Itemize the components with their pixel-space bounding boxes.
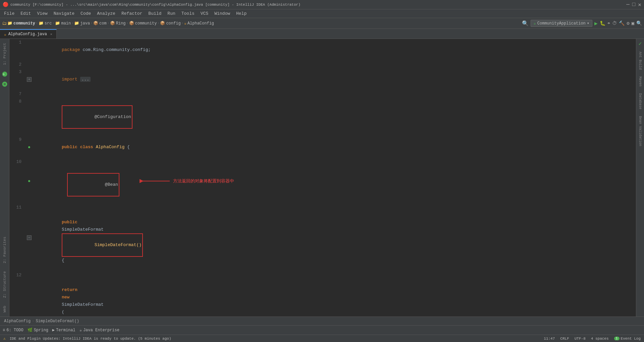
sidebar-web-tab[interactable]: Web <box>1 303 8 315</box>
menu-refactor[interactable]: Refactor <box>119 10 145 17</box>
plugin-icon-1[interactable]: S <box>1 70 8 78</box>
run-config-icon: ☕ <box>534 21 536 26</box>
search-icon[interactable]: 🔍 <box>522 20 529 27</box>
sidebar-maven[interactable]: Maven <box>638 74 643 89</box>
settings-button[interactable]: ⚙ <box>627 20 629 26</box>
menu-code[interactable]: Code <box>78 10 94 17</box>
tab-close[interactable]: ✕ <box>50 32 52 36</box>
line-content-9[interactable]: public class AlphaConfig { <box>33 136 636 158</box>
nav-alphaconfig[interactable]: ☕ AlphaConfig <box>184 21 214 26</box>
menu-run[interactable]: Run <box>165 10 178 17</box>
paren-open: ( <box>62 309 67 315</box>
nav-sep-8: › <box>181 21 183 25</box>
configuration-name: Configuration <box>97 114 131 119</box>
title-controls[interactable]: ─ □ ✕ <box>626 1 641 8</box>
line-content-7[interactable] <box>33 91 636 98</box>
com-label[interactable]: com <box>99 21 107 26</box>
main-label[interactable]: main <box>61 21 71 26</box>
expand-import-icon[interactable]: + <box>27 77 32 82</box>
line-content-11[interactable]: public SimpleDateFormat SimpleDateFormat… <box>33 204 636 272</box>
return-kw: return <box>62 287 80 292</box>
encoding[interactable]: UTF-8 <box>575 337 586 341</box>
sidebar-database[interactable]: Database <box>638 91 643 111</box>
line-ending[interactable]: CRLF <box>560 337 569 341</box>
sidebar-favorites-tab[interactable]: 2: Favorites <box>1 234 8 266</box>
breadcrumb-item-1[interactable]: AlphaConfig <box>4 319 31 324</box>
menu-analyze[interactable]: Analyze <box>94 10 118 17</box>
code-line-1: 1 package com.Ring.community.config; <box>9 39 636 61</box>
menu-file[interactable]: File <box>1 10 17 17</box>
indent-setting[interactable]: 4 spaces <box>591 337 609 341</box>
code-line-7: 7 <box>9 91 636 98</box>
line-content-2[interactable] <box>33 61 636 68</box>
line-num-11: 11 <box>9 204 25 272</box>
nav-config[interactable]: 📦 config <box>160 21 180 26</box>
layout-button[interactable]: ▣ <box>632 20 634 26</box>
terminal-tool[interactable]: ▶ Terminal <box>52 328 75 333</box>
main-area: 1: Project S 2: Favorites Z: Structure W… <box>0 39 644 317</box>
event-log-badge[interactable]: 1 Event Log <box>614 337 641 341</box>
plugin-line-icon-1[interactable]: ● <box>28 145 31 150</box>
maximize-button[interactable]: □ <box>632 2 636 8</box>
status-message: IDE and Plugin Updates: IntelliJ IDEA is… <box>10 337 171 341</box>
menu-navigate[interactable]: Navigate <box>51 10 77 17</box>
nav-ring[interactable]: 📦 Ring <box>110 21 126 26</box>
line-content-10[interactable]: @Bean 方法返回的对象将配置到容器中 <box>33 158 636 204</box>
nav-sep-1: › <box>36 21 38 25</box>
plugin-line-icon-2[interactable]: ● <box>28 178 31 184</box>
menu-tools[interactable]: Tools <box>179 10 197 17</box>
plugin-icon-2[interactable] <box>1 80 8 88</box>
project-icon: 🗂 <box>2 21 7 26</box>
minimize-button[interactable]: ─ <box>626 2 630 8</box>
nav-main[interactable]: 📁 main <box>55 21 71 26</box>
code-line-2: 2 <box>9 61 636 68</box>
spring-tool[interactable]: 🌿 Spring <box>28 328 48 333</box>
config-label[interactable]: config <box>166 21 180 26</box>
collapse-method-icon[interactable]: − <box>27 235 32 240</box>
line-content-3[interactable]: import ... <box>33 68 636 91</box>
main-icon: 📁 <box>55 21 60 26</box>
search2-button[interactable]: 🔍 <box>636 20 642 26</box>
run-button[interactable]: ▶ <box>594 20 598 27</box>
nav-community[interactable]: 📁 community <box>7 21 35 26</box>
build-button[interactable]: 🔨 <box>619 20 625 26</box>
menu-view[interactable]: View <box>34 10 50 17</box>
menu-help[interactable]: Help <box>233 10 249 17</box>
line-gutter-11: − <box>25 204 33 272</box>
run-config-selector[interactable]: ☕ CommunityApplication ▾ <box>531 20 593 27</box>
code-editor[interactable]: 1 package com.Ring.community.config; 2 3… <box>9 39 636 317</box>
breadcrumb-item-2[interactable]: SimpleDateFormat() <box>36 319 79 324</box>
close-button[interactable]: ✕ <box>638 1 641 8</box>
tab-alphaconfig[interactable]: ☕ AlphaConfig.java ✕ <box>0 29 57 39</box>
coverage-button[interactable]: ☂ <box>607 20 610 26</box>
src-label[interactable]: src <box>45 21 52 26</box>
nav-community2[interactable]: 📦 community <box>129 21 157 26</box>
community-label[interactable]: community <box>13 21 35 26</box>
nav-com[interactable]: 📦 com <box>93 21 107 26</box>
menu-build[interactable]: Build <box>146 10 164 17</box>
line-content-1[interactable]: package com.Ring.community.config; <box>33 39 636 61</box>
line-content-8[interactable]: @Configuration <box>33 98 636 136</box>
code-line-11: 11 − public SimpleDateFormat SimpleDateF… <box>9 204 636 272</box>
sidebar-ant-build[interactable]: Ant Build <box>638 50 643 72</box>
profile-button[interactable]: ⏱ <box>612 21 617 26</box>
java-enterprise-tool[interactable]: ☕ Java Enterprise <box>79 328 119 333</box>
nav-java[interactable]: 📁 java <box>74 21 90 26</box>
line-gutter-10: ● <box>25 158 33 204</box>
menu-vcs[interactable]: VCS <box>198 10 211 17</box>
java-label[interactable]: java <box>80 21 90 26</box>
line-num-1: 1 <box>9 39 25 61</box>
debug-button[interactable]: 🐛 <box>600 20 605 26</box>
nav-src[interactable]: 📁 src <box>39 21 52 26</box>
sidebar-project-tab[interactable]: 1: Project <box>1 40 8 68</box>
sidebar-structure-tab[interactable]: Z: Structure <box>1 269 8 300</box>
menu-window[interactable]: Window <box>212 10 233 17</box>
todo-tool[interactable]: ≡ 6: TODO <box>3 328 23 333</box>
sidebar-bean-validation[interactable]: Bean Validation <box>638 114 643 148</box>
code-line-9: 9 ● public class AlphaConfig { <box>9 136 636 158</box>
line-content-12[interactable]: return new SimpleDateFormat ( pattern : … <box>33 272 636 317</box>
menu-edit[interactable]: Edit <box>18 10 34 17</box>
community2-label[interactable]: community <box>135 21 157 26</box>
alphaconfig-label[interactable]: AlphaConfig <box>187 21 214 26</box>
ring-label[interactable]: Ring <box>116 21 126 26</box>
